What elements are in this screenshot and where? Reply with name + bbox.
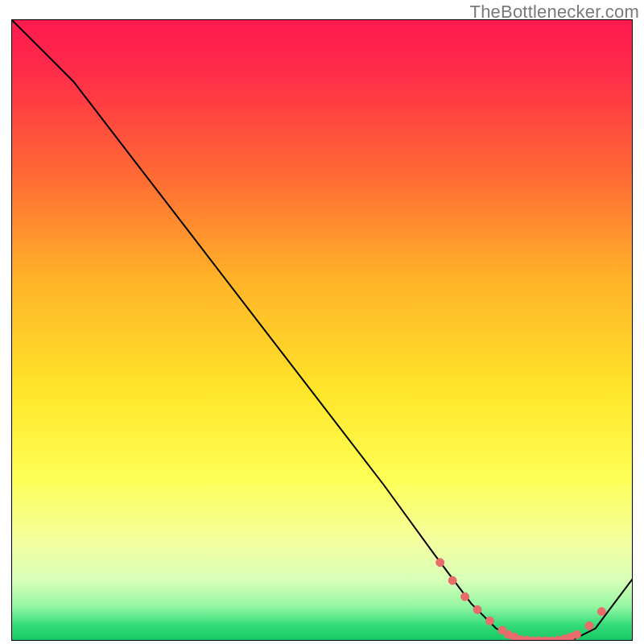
bottleneck-chart (11, 19, 633, 641)
plot-area (11, 19, 633, 641)
highlight-dot (461, 592, 469, 601)
highlight-dot (585, 621, 593, 630)
highlight-dot (485, 617, 493, 625)
highlight-dot (573, 630, 581, 638)
gradient-background (11, 19, 633, 641)
highlight-dot (448, 576, 456, 584)
highlight-dot (436, 559, 444, 567)
watermark-text: TheBottlenecker.com (470, 2, 639, 23)
highlight-dot (597, 608, 605, 616)
chart-container: TheBottlenecker.com (0, 0, 644, 644)
highlight-dot (473, 605, 481, 613)
